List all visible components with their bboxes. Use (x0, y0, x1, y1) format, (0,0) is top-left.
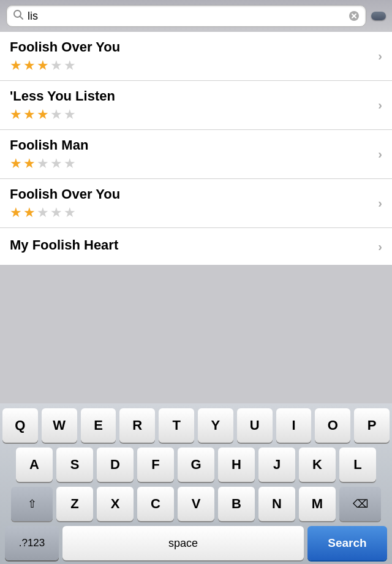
star-empty: ★ (50, 156, 62, 172)
chevron-icon: › (378, 49, 382, 63)
key-j[interactable]: J (258, 448, 295, 482)
key-z[interactable]: Z (56, 487, 93, 521)
key-r[interactable]: R (119, 408, 155, 443)
result-item[interactable]: Foolish Over You★★★★★› (0, 179, 392, 228)
keyboard: QWERTYUIOP ASDFGHJKL ⇧ZXCVBNM⌫ .?123 spa… (0, 403, 392, 564)
key-a[interactable]: A (16, 448, 53, 482)
delete-key[interactable]: ⌫ (339, 487, 381, 521)
star-filled: ★ (10, 107, 22, 123)
key-h[interactable]: H (218, 448, 255, 482)
star-empty: ★ (64, 205, 76, 221)
result-content: Foolish Man★★★★★ (10, 137, 373, 172)
result-item[interactable]: Foolish Man★★★★★› (0, 130, 392, 179)
key-o[interactable]: O (315, 408, 350, 443)
key-i[interactable]: I (276, 408, 312, 443)
key-p[interactable]: P (354, 408, 390, 443)
star-empty: ★ (37, 205, 49, 221)
star-filled: ★ (23, 107, 36, 123)
chevron-icon: › (378, 147, 382, 161)
key-u[interactable]: U (237, 408, 273, 443)
star-filled: ★ (23, 58, 36, 74)
key-c[interactable]: C (137, 487, 174, 521)
result-item[interactable]: 'Less You Listen★★★★★› (0, 81, 392, 130)
key-t[interactable]: T (159, 408, 194, 443)
key-f[interactable]: F (137, 448, 174, 482)
clear-button[interactable] (349, 10, 360, 21)
star-empty: ★ (64, 156, 76, 172)
key-k[interactable]: K (299, 448, 336, 482)
star-filled: ★ (37, 107, 49, 123)
result-title: Foolish Man (10, 137, 373, 153)
key-s[interactable]: S (56, 448, 93, 482)
chevron-icon: › (378, 196, 382, 210)
svg-line-1 (20, 17, 23, 20)
keyboard-bottom-row: .?123 space Search (2, 526, 390, 560)
result-content: My Foolish Heart (10, 237, 373, 256)
key-b[interactable]: B (218, 487, 255, 521)
star-empty: ★ (50, 107, 62, 123)
star-empty: ★ (50, 205, 62, 221)
star-rating: ★★★★★ (10, 58, 373, 74)
key-y[interactable]: Y (198, 408, 233, 443)
star-empty: ★ (50, 58, 62, 74)
star-empty: ★ (64, 58, 76, 74)
key-l[interactable]: L (339, 448, 376, 482)
result-content: Foolish Over You★★★★★ (10, 39, 373, 74)
star-empty: ★ (64, 107, 76, 123)
key-v[interactable]: V (178, 487, 214, 521)
star-empty: ★ (37, 156, 49, 172)
result-item[interactable]: My Foolish Heart› (0, 228, 392, 265)
result-item[interactable]: Foolish Over You★★★★★› (0, 32, 392, 81)
chevron-icon: › (378, 98, 382, 112)
space-key[interactable]: space (62, 526, 304, 560)
results-list: Foolish Over You★★★★★›'Less You Listen★★… (0, 32, 392, 265)
star-filled: ★ (23, 205, 36, 221)
star-filled: ★ (10, 205, 22, 221)
search-icon (13, 9, 24, 23)
star-rating: ★★★★★ (10, 107, 373, 123)
key-x[interactable]: X (97, 487, 134, 521)
key-w[interactable]: W (42, 408, 77, 443)
result-title: Foolish Over You (10, 39, 373, 55)
search-input-wrapper[interactable] (6, 5, 366, 27)
star-filled: ★ (10, 58, 22, 74)
keyboard-row-2: ASDFGHJKL (2, 448, 390, 482)
key-g[interactable]: G (178, 448, 214, 482)
keyboard-row-1: QWERTYUIOP (2, 408, 390, 443)
result-content: Foolish Over You★★★★★ (10, 186, 373, 221)
star-filled: ★ (23, 156, 36, 172)
result-title: My Foolish Heart (10, 237, 373, 253)
key-n[interactable]: N (258, 487, 295, 521)
keyboard-row-3: ⇧ZXCVBNM⌫ (2, 487, 390, 521)
key-d[interactable]: D (97, 448, 134, 482)
search-input[interactable] (28, 10, 345, 23)
star-rating: ★★★★★ (10, 205, 373, 221)
result-title: 'Less You Listen (10, 88, 373, 104)
search-bar (0, 0, 392, 32)
key-q[interactable]: Q (2, 408, 38, 443)
search-key[interactable]: Search (307, 526, 387, 560)
star-rating: ★★★★★ (10, 156, 373, 172)
numbers-key[interactable]: .?123 (5, 526, 59, 560)
result-content: 'Less You Listen★★★★★ (10, 88, 373, 123)
key-e[interactable]: E (81, 408, 116, 443)
shift-key[interactable]: ⇧ (11, 487, 53, 521)
cancel-button[interactable] (371, 12, 386, 20)
key-m[interactable]: M (299, 487, 336, 521)
chevron-icon: › (378, 240, 382, 254)
star-filled: ★ (10, 156, 22, 172)
result-title: Foolish Over You (10, 186, 373, 202)
star-filled: ★ (37, 58, 49, 74)
